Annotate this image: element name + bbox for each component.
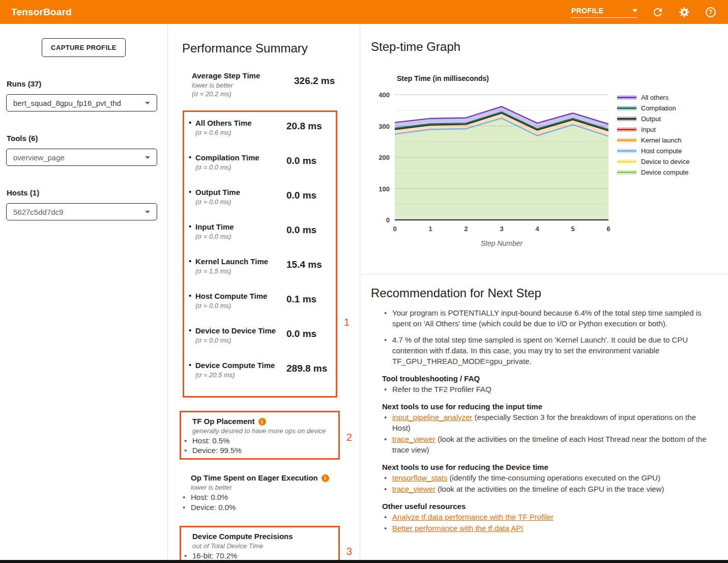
metric-value: 15.4 ms: [286, 259, 322, 275]
performance-summary-title: Performance Summary: [182, 41, 360, 55]
legend-item: Input: [617, 124, 689, 135]
bullet-dot: •: [184, 360, 195, 379]
average-step-time-label: Average Step Time: [192, 71, 294, 81]
info-icon[interactable]: [322, 474, 329, 482]
metric-sigma: (σ = 1.5 ms): [195, 267, 286, 275]
compute-precisions-subtitle: out of Total Device Time: [181, 542, 338, 551]
legend-item: Compilation: [617, 103, 689, 114]
dashboard-select-value: PROFILE: [571, 7, 603, 15]
legend-swatch: [617, 169, 636, 176]
tfdata-profiler-link[interactable]: Analyze tf.data performance with the TF …: [392, 513, 554, 521]
step-time-graph-title: Step-time Graph: [371, 39, 728, 54]
trace-viewer-link[interactable]: trace_viewer: [392, 485, 435, 493]
sidebar: CAPTURE PROFILE Runs (37) bert_squad_8gp…: [0, 24, 168, 563]
precision-16bit: 16-bit: 70.2%: [181, 551, 338, 560]
legend-item: Device to device: [617, 156, 689, 167]
resource-item: Better performance with the tf.data API: [382, 523, 715, 533]
svg-text:200: 200: [378, 154, 390, 161]
dashboard-select[interactable]: PROFILE: [571, 7, 637, 18]
app-title: TensorBoard: [11, 7, 72, 18]
info-icon[interactable]: [258, 418, 266, 426]
faq-item: Refer to the TF2 Profiler FAQ: [382, 384, 715, 395]
svg-text:4: 4: [535, 225, 539, 233]
legend-label: Compilation: [641, 104, 676, 112]
legend-label: All others: [641, 94, 668, 101]
legend-swatch: [617, 148, 636, 154]
legend-label: Device compute: [641, 168, 688, 176]
svg-text:0: 0: [393, 225, 396, 233]
metric-label: Kernel Launch Time: [195, 257, 286, 267]
tf-op-placement-device: Device: 99.5%: [181, 445, 338, 455]
average-step-time-hint: lower is better: [192, 81, 294, 90]
annotation-number-1: 1: [344, 317, 350, 328]
tool-item: trace_viewer (look at the activities on …: [382, 434, 715, 455]
legend-label: Device to device: [641, 158, 689, 165]
metric-sigma: (σ = 0.0 ms): [195, 163, 286, 172]
tools-select-value: overview_page: [13, 153, 65, 162]
recommendation-section: Recommendation for Next Step Your progra…: [361, 274, 728, 533]
metric-sigma: (σ = 0.0 ms): [195, 198, 286, 206]
average-step-time-row: Average Step Time lower is better (σ = 2…: [192, 71, 345, 98]
input-tools-heading: Next tools to use for reducing the input…: [382, 402, 715, 411]
bottom-edge-bar: [0, 560, 728, 563]
chevron-down-icon: [145, 211, 150, 213]
metric-label: Input Time: [195, 222, 286, 232]
capture-profile-button[interactable]: CAPTURE PROFILE: [42, 38, 126, 57]
average-step-time-value: 326.2 ms: [294, 75, 335, 98]
hosts-select-value: 5627c5dd7dc9: [13, 208, 63, 216]
help-icon[interactable]: ?: [705, 6, 717, 18]
runs-select-value: bert_squad_8gpu_fp16_pvt_thd: [13, 99, 121, 107]
hosts-select[interactable]: 5627c5dd7dc9: [6, 203, 157, 220]
metric-sigma: (σ = 0.0 ms): [195, 232, 286, 241]
bullet-dot: •: [184, 326, 195, 345]
eager-device: Device: 0.0%: [180, 502, 340, 513]
trace-viewer-link[interactable]: trace_viewer: [392, 435, 435, 443]
svg-text:1: 1: [428, 225, 432, 233]
metric-label: Output Time: [195, 187, 286, 198]
metric-label: Device Compute Time: [195, 360, 286, 371]
svg-text:400: 400: [378, 91, 390, 99]
annotation-box-1: • All Others Time (σ = 0.6 ms) 20.8 ms •…: [183, 110, 337, 398]
legend-swatch: [617, 158, 636, 165]
tfdata-api-link[interactable]: Better performance with the tf.data API: [392, 524, 523, 532]
tool-item: tensorflow_stats (identify the time-cons…: [382, 472, 715, 483]
tf-op-placement-host: Host: 0.5%: [181, 436, 338, 445]
metric-value: 0.1 ms: [286, 294, 316, 310]
metric-value: 0.0 ms: [286, 155, 316, 172]
tools-label: Tools (6): [7, 134, 167, 143]
annotation-number-2: 2: [346, 432, 352, 443]
tool-item: input_pipeline_analyzer (especially Sect…: [382, 412, 715, 433]
metric-sigma: (σ = 20.5 ms): [195, 371, 286, 379]
recommendation-title: Recommendation for Next Step: [371, 286, 715, 300]
tools-select[interactable]: overview_page: [6, 149, 157, 166]
metric-row: • Host Compute Time (σ = 0.0 ms) 0.1 ms: [184, 291, 336, 310]
legend-swatch: [617, 126, 636, 133]
legend-swatch: [617, 94, 636, 101]
refresh-icon[interactable]: [652, 6, 664, 18]
faq-heading: Tool troubleshooting / FAQ: [382, 374, 715, 383]
bullet-dot: •: [184, 222, 195, 241]
legend-label: Input: [641, 126, 656, 133]
runs-select[interactable]: bert_squad_8gpu_fp16_pvt_thd: [6, 94, 157, 111]
input-pipeline-analyzer-link[interactable]: input_pipeline_analyzer: [392, 413, 473, 421]
metric-sigma: (σ = 0.0 ms): [195, 301, 286, 310]
svg-text:6: 6: [606, 225, 610, 233]
metric-row: • Kernel Launch Time (σ = 1.5 ms) 15.4 m…: [184, 257, 336, 275]
eager-execution-subtitle: lower is better: [180, 483, 340, 492]
svg-text:100: 100: [378, 185, 390, 193]
device-tools-heading: Next tools to use for reducing the Devic…: [382, 463, 715, 471]
runs-label: Runs (37): [7, 79, 167, 88]
tool-item-desc: (identify the time-consuming operations …: [447, 473, 660, 482]
legend-label: Kernel launch: [641, 136, 682, 144]
tensorflow-stats-link[interactable]: tensorflow_stats: [392, 473, 447, 482]
legend-item: Output: [617, 114, 689, 124]
resources-heading: Other useful resources: [382, 502, 715, 511]
svg-text:?: ?: [709, 9, 712, 16]
eager-execution-title: Op Time Spent on Eager Execution: [191, 473, 318, 483]
bullet-dot: •: [184, 118, 195, 137]
settings-gear-icon[interactable]: [678, 6, 690, 18]
legend-item: Host compute: [617, 146, 689, 156]
compute-precisions-title: Device Compute Precisions: [192, 531, 293, 542]
chart-legend: All othersCompilationOutputInputKernel l…: [617, 92, 689, 178]
metric-label: Device to Device Time: [195, 326, 286, 336]
